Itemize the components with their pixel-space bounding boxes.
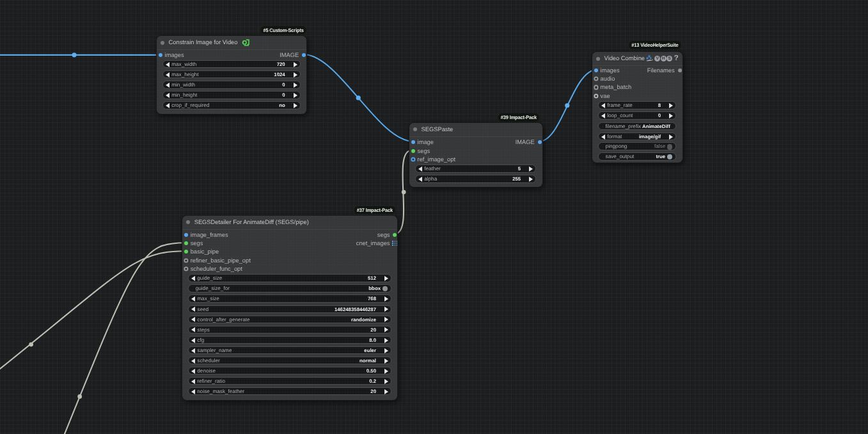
increment-arrow-icon[interactable]	[384, 358, 388, 364]
increment-arrow-icon[interactable]	[384, 317, 388, 322]
widget-steps[interactable]: steps20	[188, 326, 391, 334]
node-constrain-image-for-video[interactable]: Constrain Image for VideoimagesIMAGEmax_…	[156, 35, 308, 115]
decrement-arrow-icon[interactable]	[191, 348, 195, 353]
increment-arrow-icon[interactable]	[669, 113, 673, 118]
node-video-combine[interactable]: Video Combine?VHSimagesaudiometa_batchva…	[592, 51, 683, 163]
decrement-arrow-icon[interactable]	[191, 369, 195, 374]
segs-slot-dot[interactable]	[184, 241, 188, 245]
widget-max_width[interactable]: max_width720	[162, 60, 301, 68]
widget-min_width[interactable]: min_width0	[162, 81, 301, 89]
widget-denoise[interactable]: denoise0.50	[188, 367, 391, 375]
increment-arrow-icon[interactable]	[669, 103, 673, 108]
optional-slot-dot[interactable]	[594, 85, 598, 90]
decrement-arrow-icon[interactable]	[418, 166, 422, 172]
image-slot-dot[interactable]	[411, 140, 415, 144]
node-segspaste[interactable]: SEGSPasteimagesegsref_image_optIMAGEfeat…	[409, 122, 543, 188]
image-slot-dot[interactable]	[159, 53, 162, 57]
widget-refiner_ratio[interactable]: refiner_ratio0.2	[188, 377, 391, 385]
toggle-knob-icon[interactable]	[667, 144, 672, 149]
optional-slot-dot[interactable]	[184, 258, 188, 262]
grey-slot-dot[interactable]	[678, 68, 682, 72]
widget-alpha[interactable]: alpha255	[415, 175, 537, 183]
node-segsdetailer-for-animatediff-segs-pipe[interactable]: SEGSDetailer For AnimateDiff (SEGS/pipe)…	[182, 215, 398, 401]
increment-arrow-icon[interactable]	[384, 369, 388, 374]
widget-guide_size[interactable]: guide_size512	[188, 274, 391, 282]
increment-arrow-icon[interactable]	[384, 348, 388, 353]
widget-control_after_generate[interactable]: control_after_generaterandomize	[188, 316, 391, 324]
increment-arrow-icon[interactable]	[384, 307, 388, 312]
decrement-arrow-icon[interactable]	[418, 177, 422, 182]
widget-frame_rate[interactable]: frame_rate8	[598, 101, 677, 109]
decrement-arrow-icon[interactable]	[601, 134, 605, 140]
widget-save_output[interactable]: save_outputtrue	[598, 152, 677, 161]
toggle-knob-icon[interactable]	[383, 286, 388, 291]
decrement-arrow-icon[interactable]	[191, 327, 195, 332]
increment-arrow-icon[interactable]	[384, 296, 388, 301]
toggle-knob-icon[interactable]	[667, 154, 672, 159]
increment-arrow-icon[interactable]	[294, 93, 297, 98]
decrement-arrow-icon[interactable]	[601, 113, 605, 118]
image-slot-dot[interactable]	[538, 140, 542, 144]
widget-feather[interactable]: feather5	[415, 165, 537, 173]
collapse-dot-icon[interactable]	[186, 220, 190, 224]
increment-arrow-icon[interactable]	[294, 72, 297, 77]
widget-format[interactable]: formatimage/gif	[598, 133, 677, 141]
widget-noise_mask_feather[interactable]: noise_mask_feather20	[188, 387, 391, 396]
widget-sampler_name[interactable]: sampler_nameeuler	[188, 346, 391, 355]
decrement-arrow-icon[interactable]	[601, 103, 605, 108]
increment-arrow-icon[interactable]	[384, 338, 388, 343]
segs-slot-dot[interactable]	[393, 233, 397, 237]
widget-pingpong[interactable]: pingpongfalse	[598, 142, 677, 150]
decrement-arrow-icon[interactable]	[191, 358, 195, 364]
increment-arrow-icon[interactable]	[529, 177, 533, 182]
increment-arrow-icon[interactable]	[384, 389, 388, 394]
decrement-arrow-icon[interactable]	[191, 307, 195, 312]
increment-arrow-icon[interactable]	[384, 327, 388, 332]
increment-arrow-icon[interactable]	[294, 62, 297, 67]
increment-arrow-icon[interactable]	[294, 103, 297, 108]
widget-loop_count[interactable]: loop_count0	[598, 111, 677, 120]
decrement-arrow-icon[interactable]	[166, 72, 170, 77]
collapse-dot-icon[interactable]	[596, 57, 600, 61]
node-title-bar[interactable]: SEGSPaste	[409, 123, 542, 137]
collapse-dot-icon[interactable]	[161, 41, 164, 45]
decrement-arrow-icon[interactable]	[166, 62, 170, 67]
decrement-arrow-icon[interactable]	[166, 103, 170, 108]
decrement-arrow-icon[interactable]	[166, 93, 170, 98]
widget-crop_if_required[interactable]: crop_if_requiredno	[162, 101, 301, 109]
decrement-arrow-icon[interactable]	[191, 338, 195, 343]
increment-arrow-icon[interactable]	[384, 276, 388, 281]
decrement-arrow-icon[interactable]	[166, 83, 170, 88]
image-slot-dot[interactable]	[184, 233, 188, 237]
widget-min_height[interactable]: min_height0	[162, 91, 301, 99]
node-title-bar[interactable]: SEGSDetailer For AnimateDiff (SEGS/pipe)	[182, 216, 398, 230]
increment-arrow-icon[interactable]	[294, 83, 297, 88]
collapse-dot-icon[interactable]	[413, 127, 417, 131]
widget-cfg[interactable]: cfg8.0	[188, 336, 391, 344]
segs-slot-dot[interactable]	[411, 149, 415, 153]
widget-max_size[interactable]: max_size768	[188, 294, 391, 303]
widget-scheduler[interactable]: schedulernormal	[188, 357, 391, 365]
optional-slot-dot[interactable]	[184, 267, 188, 271]
increment-arrow-icon[interactable]	[529, 166, 533, 172]
node-graph-canvas[interactable]: #5 Custom-ScriptsConstrain Image for Vid…	[0, 0, 868, 434]
decrement-arrow-icon[interactable]	[191, 379, 195, 384]
optional-image-slot-dot[interactable]	[411, 157, 415, 162]
segs-slot-dot[interactable]	[184, 250, 188, 253]
decrement-arrow-icon[interactable]	[191, 317, 195, 322]
grid-slot-icon[interactable]	[392, 241, 397, 246]
decrement-arrow-icon[interactable]	[191, 389, 195, 394]
image-slot-dot[interactable]	[302, 53, 306, 57]
node-title-bar[interactable]: Video Combine?VHS	[592, 52, 683, 66]
decrement-arrow-icon[interactable]	[191, 276, 195, 281]
widget-filename_prefix[interactable]: filename_prefixAnimateDiff	[598, 122, 677, 131]
decrement-arrow-icon[interactable]	[191, 296, 195, 301]
widget-max_height[interactable]: max_height1024	[162, 70, 301, 79]
increment-arrow-icon[interactable]	[669, 134, 673, 140]
widget-guide_size_for[interactable]: guide_size_forbbox	[188, 284, 391, 293]
image-slot-dot[interactable]	[594, 68, 598, 72]
node-title-bar[interactable]: Constrain Image for Video	[157, 36, 307, 50]
widget-seed[interactable]: seed146248358446287	[188, 305, 391, 314]
question-icon[interactable]: ?	[674, 52, 679, 65]
increment-arrow-icon[interactable]	[384, 379, 388, 384]
